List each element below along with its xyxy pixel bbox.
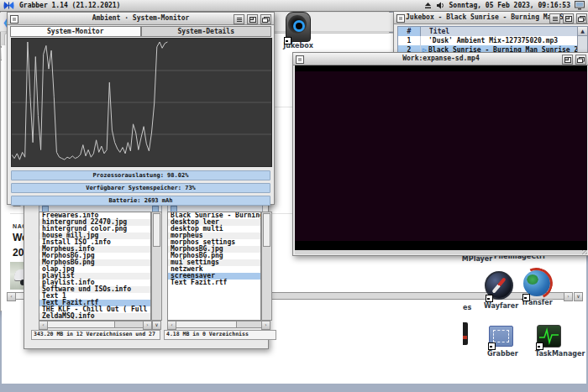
system-monitor-titlebar[interactable]: Ambient · System-Monitor — [8, 13, 274, 25]
gauge-bar: Batterie: 2693 mAh — [11, 196, 270, 206]
file-list-right-hscrollbar[interactable]: ‹ › — [167, 321, 270, 328]
tab-system-details[interactable]: System-Details — [141, 26, 272, 37]
file-list-left: Freewares.infohintergrund 22470.jpghinte… — [39, 212, 151, 321]
morphos-butterfly-logo-icon[interactable] — [3, 1, 14, 10]
window-depth-icon[interactable] — [260, 14, 271, 24]
file-list-right-vscrollbar[interactable] — [261, 212, 272, 321]
window-depth-icon[interactable] — [576, 13, 587, 24]
window-zoom-icon[interactable] — [562, 55, 573, 65]
desktop-icon-jukebox[interactable]: Jukebox — [282, 12, 314, 50]
scroll-left-icon[interactable]: ‹ — [167, 321, 176, 330]
gauge-bar: Prozessorauslastung: 98.02% — [11, 170, 270, 180]
play-indicator-icon — [421, 36, 428, 45]
playlist-row[interactable]: 1'Dusk' Ambient Mix-127375020.mp3 — [398, 36, 577, 45]
scroll-right-icon[interactable]: › — [261, 321, 270, 330]
tab-system-monitor[interactable]: System-Monitor — [10, 26, 141, 37]
resize-grip[interactable] — [582, 250, 587, 254]
file-manager-window[interactable]: Freewares.infohintergrund 22470.jpghinte… — [24, 195, 269, 349]
window-depth-icon[interactable] — [575, 55, 586, 65]
globe-icon — [523, 270, 550, 296]
close-icon[interactable] — [10, 15, 18, 24]
right-pane-status: 4.18 MB in 0 Verzeichniss — [164, 330, 276, 340]
scroll-left-icon[interactable]: ‹ — [39, 321, 48, 330]
desktop-icon-mplayer[interactable]: MPlayer — [460, 255, 494, 263]
active-app-title: Grabber 1.14 (21.12.2021) — [19, 2, 120, 9]
eject-icon[interactable] — [424, 2, 432, 9]
window-menu-icon[interactable] — [234, 14, 244, 24]
video-window[interactable]: Work:expanse-sd.mp4 — [292, 52, 588, 256]
tool-emblem-icon — [284, 37, 291, 44]
occluded-icon-fragment — [463, 336, 467, 339]
speaker-icon[interactable] — [436, 2, 445, 9]
window-zoom-icon[interactable] — [247, 14, 258, 24]
close-icon[interactable] — [396, 14, 405, 23]
tool-emblem-icon — [536, 342, 543, 350]
file-list-left-vscrollbar[interactable] — [151, 212, 162, 321]
tool-emblem-icon — [486, 295, 493, 302]
desktop-icon-wayfarer[interactable]: Wayfarer — [484, 271, 514, 310]
scroll-right-icon[interactable]: › — [564, 292, 573, 301]
system-gauges: Prozessorauslastung: 98.02%Verfügbarer S… — [11, 168, 270, 206]
screenbar-display-icon[interactable] — [575, 1, 585, 10]
tool-emblem-icon — [488, 342, 496, 350]
file-row[interactable]: Text Fazit.rtf — [168, 280, 260, 286]
system-monitor-window[interactable]: Ambient · System-Monitor System-MonitorS… — [7, 12, 275, 205]
window-zoom-icon[interactable] — [563, 13, 574, 24]
scroll-right-icon[interactable]: › — [143, 321, 152, 330]
video-titlebar[interactable]: Work:expanse-sd.mp4 — [293, 53, 588, 65]
left-pane-status: 343.20 MB in 12 Verzeichnissen und 27 — [31, 330, 160, 340]
window-title: Work:expanse-sd.mp4 — [293, 53, 588, 65]
scroll-up-icon[interactable]: ▲ — [578, 27, 587, 36]
file-list-left-hscrollbar[interactable]: ‹ › ∨ — [39, 321, 161, 328]
system-monitor-tabs: System-MonitorSystem-Details — [10, 26, 271, 37]
video-frame — [295, 71, 587, 241]
desktop: Grabber 1.14 (21.12.2021) Sonntag, 05 Fe… — [0, 0, 588, 392]
desktop-icon-grabber[interactable]: Grabber — [487, 326, 514, 358]
file-list-right: Black Sunrise - Burningdesktop leerdeskt… — [167, 212, 261, 321]
desktop-icon-transfer[interactable]: Transfer — [521, 270, 553, 306]
scroll-down-icon[interactable]: ∨ — [574, 292, 583, 301]
close-icon[interactable] — [296, 55, 304, 64]
tool-emblem-icon — [522, 294, 530, 301]
menubar-clock: Sonntag, 05 Feb 2023, 09:16:53 — [449, 2, 571, 9]
video-display — [295, 65, 587, 250]
video-window-bottom-bar — [295, 250, 587, 254]
scroll-left-icon[interactable]: ‹ — [7, 292, 16, 301]
occluded-icon-label-fragment: es — [463, 304, 471, 311]
occluded-icon-fragment — [463, 322, 468, 345]
desktop-icon-taskmanager[interactable]: TaskManager — [535, 325, 562, 358]
file-row[interactable]: ZeldaMSQ.info — [39, 313, 150, 320]
cpu-usage-graph — [11, 38, 272, 167]
jukebox-titlebar[interactable]: Jukebox - Black Sunrise - Burning Man S — [394, 12, 588, 24]
window-menu-icon[interactable] — [549, 13, 560, 24]
menubar: Grabber 1.14 (21.12.2021) Sonntag, 05 Fe… — [0, 0, 588, 12]
gauge-bar: Verfügbarer Systemspeicher: 73% — [11, 183, 270, 193]
scroll-down-icon[interactable]: ∨ — [152, 321, 161, 330]
